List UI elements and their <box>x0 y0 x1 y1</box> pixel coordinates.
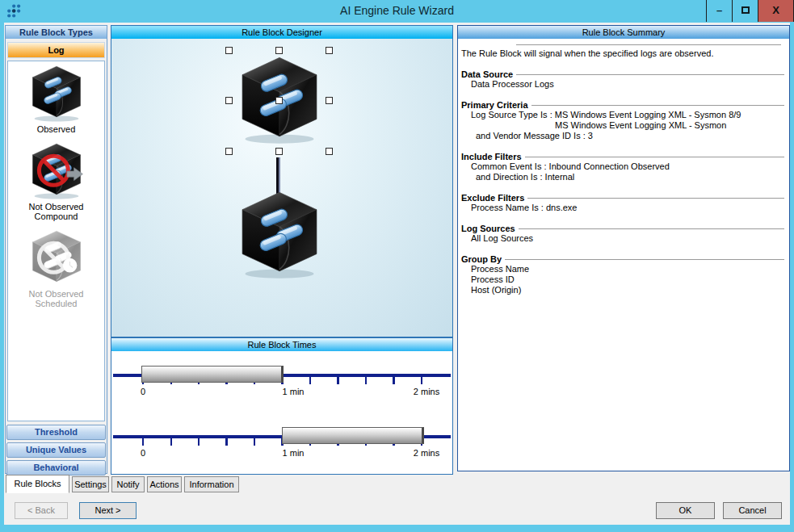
maximize-button[interactable] <box>732 0 758 22</box>
rule-block-types-panel: Rule Block Types Log Observed <box>5 25 107 474</box>
cancel-button[interactable]: Cancel <box>723 502 782 519</box>
slider2-label-1min: 1 min <box>283 448 305 458</box>
selection-handle[interactable] <box>326 97 333 104</box>
summary-section-include-filters: Include Filters Common Event Is : Inboun… <box>461 152 784 182</box>
back-button: < Back <box>15 502 68 519</box>
rule-block-designer-panel: Rule Block Designer <box>111 25 453 337</box>
close-icon: X <box>772 4 779 16</box>
summary-section-data-source: Data Source Data Processor Logs <box>461 69 784 90</box>
title-bar[interactable]: AI Engine Rule Wizard – X <box>0 0 794 23</box>
designer-canvas[interactable] <box>111 39 452 337</box>
type-item-not-observed-compound[interactable]: Not Observed Compound <box>8 142 104 226</box>
section-divider <box>525 157 784 157</box>
section-title: Data Source <box>461 69 513 79</box>
selection-handle[interactable] <box>225 97 233 104</box>
type-label: Observed <box>8 123 104 139</box>
ai-engine-rule-wizard-window: AI Engine Rule Wizard – X Rule Block Typ… <box>0 0 794 532</box>
summary-section-log-sources: Log Sources All Log Sources <box>461 224 784 244</box>
tab-settings[interactable]: Settings <box>72 476 109 492</box>
selection-handle[interactable] <box>225 148 233 155</box>
summary-line: Data Processor Logs <box>461 79 784 90</box>
section-title: Log Sources <box>461 224 515 233</box>
window-title: AI Engine Rule Wizard <box>0 4 794 17</box>
summary-line: Process ID <box>461 274 784 285</box>
selection-handle[interactable] <box>225 47 233 54</box>
summary-line: Process Name <box>461 264 784 274</box>
slider2-label-0: 0 <box>141 448 145 458</box>
slider1-label-0: 0 <box>141 387 145 396</box>
log-type-button[interactable]: Log <box>7 42 105 58</box>
rule-block-cube-bottom[interactable] <box>234 187 325 283</box>
selection-handle[interactable] <box>326 148 333 155</box>
rule-block-summary-header: Rule Block Summary <box>458 26 789 39</box>
slider1-label-2mins: 2 mins <box>414 387 439 396</box>
unique-values-category-button[interactable]: Unique Values <box>6 442 106 458</box>
slider1-label-1min: 1 min <box>283 387 305 396</box>
not-observed-compound-icon <box>26 142 87 200</box>
close-button[interactable]: X <box>758 0 794 22</box>
type-label: Not Observed Compound <box>8 200 104 226</box>
slider2-range-bar[interactable] <box>282 427 424 444</box>
times-body: 0 1 min 2 mins 0 1 min 2 mins <box>111 351 452 474</box>
summary-section-primary-criteria: Primary Criteria Log Source Type Is : MS… <box>461 100 784 141</box>
summary-top-divider <box>516 44 781 45</box>
section-title: Group By <box>461 254 502 264</box>
type-item-observed[interactable]: Observed <box>8 65 104 139</box>
section-title: Primary Criteria <box>461 100 528 110</box>
type-label: Not Observed Scheduled <box>8 287 104 313</box>
slider2-label-2mins: 2 mins <box>414 448 439 458</box>
section-divider <box>516 74 784 75</box>
selection-handle[interactable] <box>326 47 333 54</box>
summary-line: and Direction Is : Internal <box>461 172 784 182</box>
rule-block-times-panel: Rule Block Times 0 1 min 2 mins 0 1 min … <box>111 337 453 475</box>
section-divider <box>505 259 784 260</box>
type-item-not-observed-scheduled: Not Observed Scheduled <box>8 229 104 313</box>
summary-intro: The Rule Block will signal when the spec… <box>461 48 784 58</box>
summary-line: Common Event Is : Inbound Connection Obs… <box>461 161 784 172</box>
tab-rule-blocks[interactable]: Rule Blocks <box>6 475 69 493</box>
section-title: Include Filters <box>461 152 522 161</box>
section-title: Exclude Filters <box>461 193 524 203</box>
section-divider <box>531 105 784 106</box>
rule-block-types-header: Rule Block Types <box>6 26 107 39</box>
threshold-category-button[interactable]: Threshold <box>6 425 106 440</box>
rule-block-type-list: Observed Not Observed Compound <box>7 61 105 421</box>
minimize-button[interactable]: – <box>706 0 732 22</box>
summary-section-group-by: Group By Process Name Process ID Host (O… <box>461 254 784 295</box>
summary-body: The Rule Block will signal when the spec… <box>458 39 789 471</box>
maximize-icon <box>741 6 750 14</box>
selection-handle[interactable] <box>275 97 283 104</box>
next-button[interactable]: Next > <box>79 502 137 519</box>
summary-line: All Log Sources <box>461 233 784 244</box>
summary-line: Host (Origin) <box>461 285 784 295</box>
rule-block-designer-header: Rule Block Designer <box>111 26 452 39</box>
not-observed-scheduled-icon <box>26 229 87 287</box>
selection-handle[interactable] <box>275 148 283 155</box>
behavioral-category-button[interactable]: Behavioral <box>6 460 106 475</box>
tab-notify[interactable]: Notify <box>111 476 145 492</box>
summary-line: MS Windows Event Logging XML - Sysmon <box>461 120 784 131</box>
rule-block-times-header: Rule Block Times <box>111 338 452 351</box>
summary-section-exclude-filters: Exclude Filters Process Name Is : dns.ex… <box>461 193 784 213</box>
selection-handle[interactable] <box>275 47 283 54</box>
rule-block-summary-panel: Rule Block Summary The Rule Block will s… <box>457 25 790 471</box>
summary-line: Process Name Is : dns.exe <box>461 203 784 213</box>
tab-actions[interactable]: Actions <box>147 476 182 492</box>
ok-button[interactable]: OK <box>656 502 715 519</box>
observed-cube-icon <box>26 65 87 123</box>
section-divider <box>527 198 784 199</box>
slider1-range-bar[interactable] <box>141 366 284 383</box>
summary-line: and Vendor Message ID Is : 3 <box>461 131 784 141</box>
summary-line: Log Source Type Is : MS Windows Event Lo… <box>461 110 784 120</box>
section-divider <box>519 228 784 229</box>
window-content: Rule Block Types Log Observed <box>4 23 790 525</box>
minimize-icon: – <box>716 4 722 16</box>
tab-information[interactable]: Information <box>184 476 239 492</box>
